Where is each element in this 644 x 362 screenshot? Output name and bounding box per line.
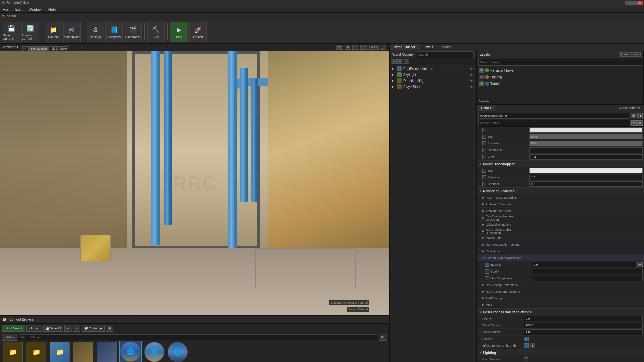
wo-item[interactable]: ▶ DirectionalLight 👁 [390,78,476,84]
show-button[interactable]: Show [57,46,69,51]
level-item-tutorial[interactable]: 👁 Tutorial [478,80,643,87]
dp-rendering-header[interactable]: ▼ Rendering Features [477,188,644,194]
dp-ssr-quality-checkbox[interactable] [485,269,489,274]
wo-eye-icon[interactable]: 👁 [470,85,474,89]
wo-eye-icon[interactable]: 👁 [470,73,474,77]
list-item[interactable]: 📁 Maps [25,341,47,362]
save-current-button[interactable]: 💾 Save Current [3,22,20,42]
level-item-persistent[interactable]: 👁 Persistent Level [478,67,643,74]
dp-row[interactable]: ▶ Light Propagation Volume [477,241,644,248]
list-item[interactable]: 📁 Sky [49,341,70,362]
dp-object-input[interactable] [478,113,629,119]
wo-add-btn[interactable]: ⊕ [391,59,397,64]
dp-blend-radius-input[interactable] [524,323,643,328]
tab-world-settings[interactable]: World Settings [614,105,644,111]
dp-row[interactable]: ▶ PathTracing [477,295,644,302]
build-button[interactable]: 🔨 Build [147,22,165,42]
settings-button[interactable]: ⚙ Settings [87,22,104,42]
menu-edit[interactable]: Edit [14,7,23,12]
wo-eye-icon[interactable]: 👁 [470,79,474,83]
nav-content-button[interactable]: 📁 Content ▶ [82,325,105,332]
tab-details[interactable]: Details [477,105,496,111]
level-eye-lighting[interactable]: 👁 [479,75,484,79]
list-item[interactable]: 📁 Assets [2,341,23,362]
content-search-input[interactable] [19,334,377,340]
wo-search-input[interactable] [417,51,474,58]
close-button[interactable]: × [637,1,643,5]
cinematics-button[interactable]: 🎬 Cinematics [124,22,142,42]
dp-ssr-quality-input[interactable] [532,269,643,274]
dp-saturation-input[interactable] [529,175,643,180]
dp-tint-slider[interactable] [529,168,643,173]
import-button[interactable]: ↓ Import [26,325,42,332]
wo-item[interactable]: ▶ SkyLight 👁 [390,72,476,78]
vp-ctrl-cam[interactable]: 📷 [336,45,343,50]
list-item[interactable]: 🌐 Sky_Inst [144,341,165,362]
vp-ctrl-grid[interactable]: ⊞ [345,45,351,50]
content-button[interactable]: 📁 Content [45,22,62,42]
wo-item[interactable]: ▶ PostProcessVolume 👁 [390,66,476,72]
dp-row[interactable]: ▶ Post Process Materials [477,194,644,201]
dp-filter-button[interactable]: ≡ [637,120,643,126]
vp-ctrl-snap[interactable]: 10 [352,45,359,50]
levels-search-input[interactable] [478,59,642,66]
list-item[interactable]: 🌐 Sky [119,341,142,362]
dp-checkbox-white[interactable] [482,155,486,159]
dp-ssr-rough-input[interactable] [532,276,643,281]
dp-search-button[interactable]: 🔍 [631,120,637,126]
dp-enabled-checkbox[interactable]: ✓ [524,337,529,341]
dp-lock-button[interactable]: 🔒 [631,113,636,118]
dp-checkbox-1[interactable] [482,128,486,132]
list-item[interactable]: cage_hill_the [72,341,94,362]
dp-search-input[interactable] [478,120,631,126]
dp-checkbox-tint[interactable] [482,135,486,139]
cb-search-button[interactable]: 🔍 [379,334,387,341]
source-control-button[interactable]: 🔄 Source Control [21,22,39,42]
level-eye-tutorial[interactable]: 👁 [479,81,484,86]
viewport-mode-toggle[interactable]: ○ [22,46,28,51]
marketplace-button[interactable]: 🛒 Marketplace [63,22,81,42]
wo-eye-icon[interactable]: 👁 [470,67,474,71]
viewport-scene[interactable]: Selected Actor(s) in Tutorial Level: Tut… [0,51,389,315]
play-button[interactable]: ▶ Play [170,22,188,42]
tab-modes[interactable]: Modes [438,44,456,50]
launch-button[interactable]: 🚀 Launch [189,22,207,42]
dp-row[interactable]: ▶ Misc [477,302,644,308]
dp-blend-weight-input[interactable] [524,329,643,335]
blueprints-button[interactable]: 📘 Blueprints [105,22,123,42]
level-eye-persistent[interactable]: 👁 [479,68,484,73]
dp-ssr-intensity-checkbox[interactable] [485,263,489,267]
wo-list-btn[interactable]: ≡ [404,59,409,64]
dp-row[interactable]: ▶ Reflections [477,248,644,255]
dp-ppvs-header[interactable]: ▼ Post Process Volume Settings [477,309,644,315]
dp-row[interactable]: ▶ Ray Tracing Global Illumination [477,228,644,235]
nav-back-button[interactable]: ← [64,325,72,332]
dp-tint-checkbox[interactable] [482,169,486,173]
maximize-button[interactable]: □ [631,1,637,5]
dp-infinite-btn[interactable]: ▼ [530,343,535,348]
dp-cast-shadow-checkbox[interactable] [524,357,528,361]
dp-checkbox-shoulder[interactable] [482,141,486,145]
nav-forward-button[interactable]: → [73,325,80,332]
dp-arrow-button[interactable]: ◀ [637,113,643,118]
add-new-button[interactable]: + Add New ▼ [2,325,25,332]
dp-checkbox-gamma[interactable] [482,148,486,152]
dp-ssr-rough-checkbox[interactable] [485,276,489,280]
dp-contrast-checkbox[interactable] [482,182,486,186]
dp-ssr-intensity-btn[interactable]: ▼ [637,262,643,267]
dp-lighting-header[interactable]: ▼ Lighting [477,349,644,356]
dp-row[interactable]: ▶ Ray Tracing Translucency [477,288,644,295]
dp-row[interactable]: ▶ Ambient Cubemap [477,201,644,208]
minimize-button[interactable]: − [625,1,631,5]
dp-saturation-checkbox[interactable] [482,175,486,179]
dp-ssr-intensity-input[interactable] [532,262,636,267]
dp-row[interactable]: ▶ Ray Tracing Reflections [477,282,644,288]
wo-item[interactable]: ▶ PlayerStart 👁 [390,84,476,90]
dp-row[interactable]: ▶ Ray Tracing Ambient Occlusion [477,215,644,221]
level-item-lighting[interactable]: 👁 Lighting [478,74,643,80]
dp-infinite-checkbox[interactable]: ✓ [524,343,529,348]
cb-view-options[interactable]: ⊞ [106,325,113,332]
menu-window[interactable]: Window [27,7,43,12]
menu-file[interactable]: File [1,7,10,12]
dp-row[interactable]: ▶ Ambient Occlusion [477,208,644,215]
